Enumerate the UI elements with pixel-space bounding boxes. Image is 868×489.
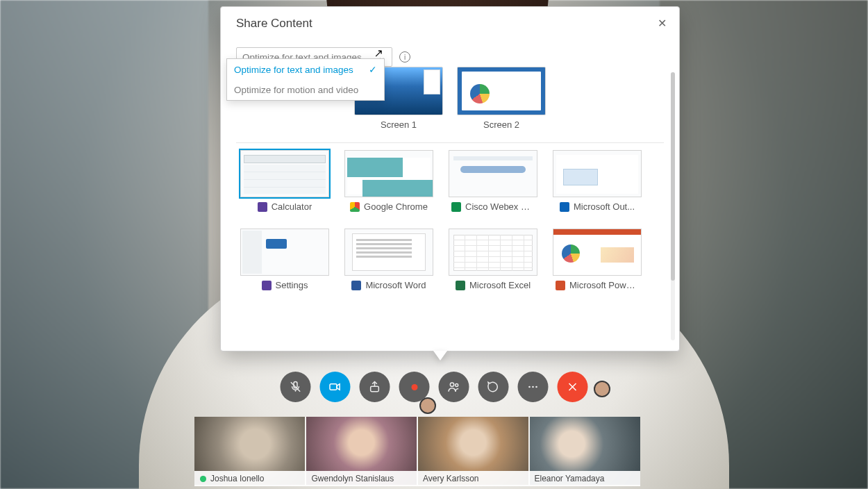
webex-icon [451, 202, 461, 212]
app-tile-outlook[interactable]: Microsoft Out... [549, 150, 646, 212]
app-thumb [449, 229, 537, 276]
screen-2-label: Screen 2 [457, 119, 546, 130]
chat-icon [487, 380, 501, 394]
screen-2-thumbnail [457, 67, 546, 115]
participant-name-cell: Eleanor Yamadaya [529, 471, 641, 486]
participant-name-cell: Avery Karlsson [417, 471, 529, 486]
app-label: Google Chrome [364, 201, 428, 212]
app-thumb [553, 229, 642, 276]
screens-row: Screen 1 Screen 2 [354, 67, 664, 130]
participant-name-bar: Joshua Ionello Gwendolyn Stanislaus Aver… [194, 471, 640, 486]
chrome-icon [350, 202, 360, 212]
mute-button[interactable] [281, 372, 311, 402]
svg-rect-0 [330, 384, 337, 390]
svg-point-4 [528, 386, 531, 388]
participants-icon [447, 380, 461, 394]
app-tile-word[interactable]: Microsoft Word [340, 229, 437, 290]
app-thumb [344, 150, 433, 197]
app-thumb [553, 150, 642, 197]
participant-name: Avery Karlsson [423, 474, 478, 483]
settings-icon [262, 281, 272, 290]
app-tile-settings[interactable]: Settings [236, 229, 333, 290]
svg-point-2 [450, 383, 453, 386]
call-controls [281, 372, 588, 402]
dialog-title: Share Content [236, 17, 664, 31]
optimize-dropdown: Optimize for text and images ✓ Optimize … [226, 58, 385, 101]
app-thumb [240, 229, 329, 276]
app-tile-excel[interactable]: Microsoft Excel [444, 229, 542, 290]
calculator-icon [258, 202, 267, 212]
participant-name: Joshua Ionello [210, 474, 264, 483]
scrollbar-thumb[interactable] [671, 72, 675, 281]
participant-name-cell: Gwendolyn Stanislaus [306, 471, 418, 486]
screen-tile-2[interactable]: Screen 2 [457, 67, 546, 130]
app-label: Settings [276, 280, 308, 290]
app-thumb [240, 150, 329, 197]
svg-point-5 [532, 386, 534, 388]
record-button[interactable] [399, 372, 430, 402]
participants-button[interactable] [439, 372, 469, 402]
app-tile-calculator[interactable]: Calculator [236, 150, 333, 212]
outlook-icon [560, 202, 569, 212]
word-icon [351, 281, 361, 290]
svg-point-6 [535, 386, 537, 388]
app-tile-chrome[interactable]: Google Chrome [340, 150, 437, 212]
video-button[interactable] [320, 372, 351, 402]
app-thumb [344, 229, 433, 276]
app-thumb [449, 150, 537, 197]
app-tile-powerpoint[interactable]: Microsoft Power... [549, 229, 646, 290]
check-icon: ✓ [369, 64, 377, 75]
optimize-option-text-images[interactable]: Optimize for text and images ✓ [227, 59, 384, 80]
end-call-button[interactable] [558, 372, 588, 402]
more-icon [526, 380, 540, 394]
close-icon[interactable]: ✕ [658, 17, 667, 30]
dialog-scrollbar[interactable] [671, 72, 675, 340]
dialog-pointer [433, 351, 447, 360]
app-label: Cisco Webex Mee... [465, 201, 535, 212]
excel-icon [456, 281, 465, 290]
app-label: Microsoft Out... [574, 201, 635, 212]
svg-rect-1 [371, 386, 379, 392]
applications-grid: Calculator Google Chrome Cisco Webex Mee… [236, 150, 664, 290]
screen-1-label: Screen 1 [354, 119, 443, 130]
record-icon [411, 384, 417, 390]
more-options-button[interactable] [518, 372, 549, 402]
optimize-option-motion-video[interactable]: Optimize for motion and video [227, 80, 384, 100]
chat-button[interactable] [478, 372, 509, 402]
powerpoint-icon [556, 281, 565, 290]
close-icon [566, 380, 580, 394]
app-label: Microsoft Power... [569, 280, 639, 290]
svg-point-3 [456, 384, 458, 387]
section-divider [236, 142, 664, 143]
participant-name: Gwendolyn Stanislaus [312, 474, 394, 483]
participant-name-cell: Joshua Ionello [194, 471, 306, 486]
share-button[interactable] [360, 372, 390, 402]
status-dot-icon [200, 476, 206, 482]
participant-mini-avatar [594, 381, 610, 397]
share-icon [368, 380, 382, 394]
info-icon[interactable]: i [399, 51, 410, 63]
dropdown-item-label: Optimize for motion and video [234, 85, 358, 95]
app-tile-webex[interactable]: Cisco Webex Mee... [444, 150, 542, 212]
app-label: Microsoft Word [365, 280, 426, 290]
video-icon [328, 380, 342, 394]
participant-name: Eleanor Yamadaya [535, 474, 605, 483]
app-label: Microsoft Excel [469, 280, 531, 290]
dropdown-item-label: Optimize for text and images [234, 65, 353, 75]
microphone-muted-icon [289, 380, 303, 394]
app-label: Calculator [272, 201, 312, 212]
